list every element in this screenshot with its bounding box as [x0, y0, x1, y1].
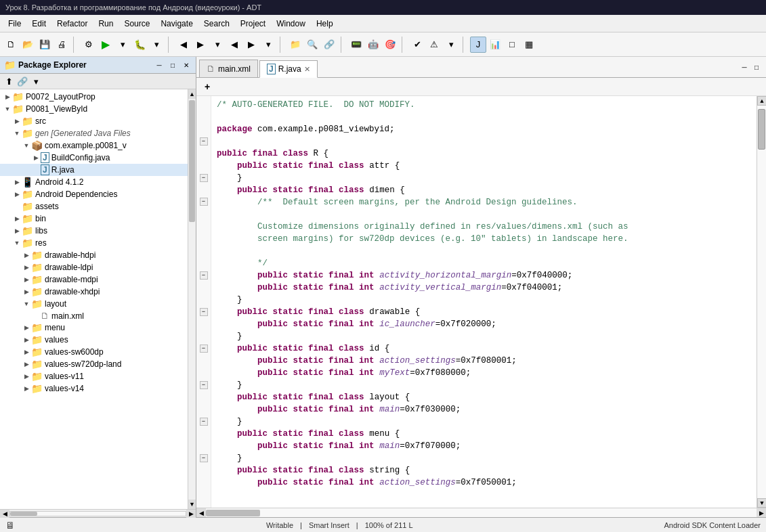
- gutter-fold-8[interactable]: −: [198, 416, 209, 428]
- toolbar-save-btn[interactable]: 💾: [37, 37, 53, 53]
- tree-item-src[interactable]: ▶ 📁 src: [0, 115, 188, 127]
- tree-arrow-src[interactable]: ▶: [12, 118, 22, 125]
- tree-item-drawable-hdpi[interactable]: ▶ 📁 drawable-hdpi: [0, 249, 188, 261]
- toolbar-nav-drop-btn[interactable]: ▾: [209, 37, 226, 53]
- menu-help[interactable]: Help: [311, 17, 339, 30]
- gutter-fold-7[interactable]: −: [198, 379, 209, 391]
- toolbar-android-btn[interactable]: 🤖: [365, 37, 381, 53]
- tree-arrow-android412[interactable]: ▶: [12, 179, 22, 185]
- tree-item-values-sw600dp[interactable]: ▶ 📁 values-sw600dp: [0, 346, 188, 358]
- tree-item-p0072[interactable]: ▶ 📁 P0072_LayoutProp: [0, 91, 188, 103]
- tree-arrow-p0072[interactable]: ▶: [3, 93, 12, 100]
- pe-close-btn[interactable]: ✕: [181, 60, 192, 70]
- toolbar-open2-btn[interactable]: 📁: [287, 37, 303, 53]
- pe-minimize-btn[interactable]: ─: [154, 60, 165, 70]
- gutter-fold-4[interactable]: −: [198, 269, 209, 282]
- tree-item-main-xml[interactable]: 🗋 main.xml: [0, 310, 188, 322]
- tree-item-drawable-mdpi[interactable]: ▶ 📁 drawable-mdpi: [0, 273, 188, 286]
- toolbar-open-btn[interactable]: 📂: [20, 37, 36, 53]
- tab-r-java[interactable]: J R.java ✕: [259, 60, 318, 78]
- tree-arrow-values-v14[interactable]: ▶: [22, 385, 31, 392]
- tree-item-android412[interactable]: ▶ 📱 Android 4.1.2: [0, 176, 188, 188]
- tree-item-rjava[interactable]: J R.java: [0, 164, 188, 176]
- tree-item-layout[interactable]: ▼ 📁 layout: [0, 298, 188, 310]
- tree-item-menu[interactable]: ▶ 📁 menu: [0, 322, 188, 334]
- tree-item-package[interactable]: ▼ 📦 com.example.p0081_v: [0, 139, 188, 152]
- tree-arrow-values-v11[interactable]: ▶: [22, 373, 31, 380]
- editor-minimize-btn[interactable]: ─: [739, 62, 750, 72]
- tree-arrow-package[interactable]: ▼: [22, 142, 31, 149]
- pe-link-btn[interactable]: 🔗: [16, 75, 28, 87]
- toolbar-persp1-btn[interactable]: J: [470, 37, 486, 53]
- pe-maximize-btn[interactable]: □: [167, 60, 178, 70]
- tree-arrow-bin[interactable]: ▶: [12, 215, 22, 222]
- toolbar-settings-btn[interactable]: ⚙: [81, 37, 97, 53]
- menu-edit[interactable]: Edit: [26, 17, 51, 30]
- tree-item-p0081[interactable]: ▼ 📁 P0081_ViewById: [0, 103, 188, 115]
- editor-maximize-btn[interactable]: □: [751, 62, 762, 72]
- tree-item-android-deps[interactable]: ▶ 📁 Android Dependencies: [0, 188, 188, 200]
- tab-r-java-close[interactable]: ✕: [304, 65, 310, 74]
- pe-scroll-thumb[interactable]: [189, 100, 195, 222]
- tree-item-drawable-ldpi[interactable]: ▶ 📁 drawable-ldpi: [0, 261, 188, 273]
- toolbar-info-drop-btn[interactable]: ▾: [443, 37, 459, 53]
- tree-arrow-layout[interactable]: ▼: [22, 301, 31, 307]
- gutter-fold-2[interactable]: −: [198, 172, 209, 184]
- pe-scroll-up-btn[interactable]: ▲: [188, 89, 196, 99]
- pe-horizontal-scrollbar[interactable]: ◀ ▶: [0, 509, 196, 517]
- pe-vertical-scrollbar[interactable]: ▲ ▼: [188, 89, 196, 509]
- toolbar-device-btn[interactable]: 📟: [348, 37, 364, 53]
- toolbar-persp2-btn[interactable]: 📊: [487, 37, 503, 53]
- toolbar-debug-btn[interactable]: 🐛: [131, 37, 148, 53]
- menu-window[interactable]: Window: [271, 17, 311, 30]
- menu-file[interactable]: File: [3, 17, 26, 30]
- tree-item-values-v11[interactable]: ▶ 📁 values-v11: [0, 370, 188, 382]
- tree-item-values-sw720dp-land[interactable]: ▶ 📁 values-sw720dp-land: [0, 358, 188, 370]
- tree-item-drawable-xhdpi[interactable]: ▶ 📁 drawable-xhdpi: [0, 286, 188, 298]
- tree-arrow-android-deps[interactable]: ▶: [12, 191, 22, 198]
- toolbar-persp4-btn[interactable]: ▦: [521, 37, 537, 53]
- tree-arrow-buildconfig[interactable]: ▶: [31, 154, 41, 161]
- menu-search[interactable]: Search: [198, 17, 235, 30]
- gutter-fold-9[interactable]: −: [198, 452, 209, 464]
- tree-item-bin[interactable]: ▶ 📁 bin: [0, 213, 188, 225]
- tree-item-values-v14[interactable]: ▶ 📁 values-v14: [0, 382, 188, 395]
- tab-main-xml[interactable]: 🗋 main.xml: [199, 60, 258, 77]
- toolbar-back-btn[interactable]: ◀: [175, 37, 192, 53]
- toolbar-check-btn[interactable]: ✔: [409, 37, 425, 53]
- editor-scroll-up-btn[interactable]: ▲: [757, 96, 766, 106]
- tree-arrow-menu[interactable]: ▶: [22, 324, 31, 331]
- toolbar-debug-drop-btn[interactable]: ▾: [148, 37, 165, 53]
- gutter-fold-3[interactable]: −: [198, 196, 209, 233]
- tree-arrow-values[interactable]: ▶: [22, 336, 31, 343]
- code-content[interactable]: /* AUTO-GENERATED FILE. DO NOT MODIFY. p…: [211, 96, 757, 508]
- gutter-fold-1[interactable]: −: [198, 135, 209, 148]
- tree-arrow-gen[interactable]: ▼: [12, 130, 22, 137]
- tree-arrow-res[interactable]: ▼: [12, 240, 22, 246]
- tree-item-gen[interactable]: ▼ 📁 gen [Generated Java Files: [0, 127, 188, 139]
- toolbar-target-btn[interactable]: 🎯: [382, 37, 398, 53]
- editor-horizontal-scrollbar[interactable]: ◀ ▶: [196, 508, 766, 517]
- tree-arrow-drawable-mdpi[interactable]: ▶: [22, 276, 31, 283]
- toolbar-warn-btn[interactable]: ⚠: [426, 37, 442, 53]
- toolbar-search-btn[interactable]: 🔍: [304, 37, 320, 53]
- tree-item-values[interactable]: ▶ 📁 values: [0, 334, 188, 346]
- pe-scroll-right-btn[interactable]: ▶: [186, 510, 196, 518]
- toolbar-play-drop-btn[interactable]: ▾: [114, 37, 131, 53]
- toolbar-fwd-btn[interactable]: ▶: [192, 37, 209, 53]
- toolbar-link-btn[interactable]: 🔗: [321, 37, 337, 53]
- tree-arrow-values-sw720dp-land[interactable]: ▶: [22, 361, 31, 368]
- menu-source[interactable]: Source: [119, 17, 155, 30]
- toolbar-print-btn[interactable]: 🖨: [54, 37, 70, 53]
- editor-vertical-scrollbar[interactable]: ▲ ▼: [757, 96, 766, 508]
- editor-scroll-down-btn[interactable]: ▼: [757, 498, 766, 508]
- tree-arrow-drawable-ldpi[interactable]: ▶: [22, 264, 31, 271]
- editor-hscroll-left-btn[interactable]: ◀: [196, 508, 206, 517]
- editor-hscroll-track[interactable]: [206, 508, 757, 517]
- gutter-fold-6[interactable]: −: [198, 342, 209, 355]
- pe-collapse-btn[interactable]: ⬆: [3, 75, 15, 87]
- tree-item-buildconfig[interactable]: ▶ J BuildConfig.java: [0, 152, 188, 164]
- tree-arrow-drawable-xhdpi[interactable]: ▶: [22, 288, 31, 295]
- menu-project[interactable]: Project: [235, 17, 271, 30]
- pe-scroll-down-btn[interactable]: ▼: [188, 500, 196, 509]
